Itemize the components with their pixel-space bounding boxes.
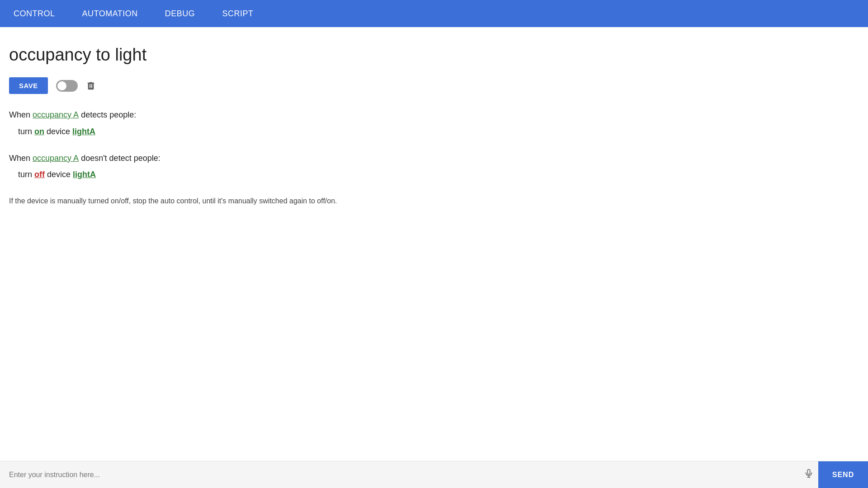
rule-action-1: turn on device lightA bbox=[9, 125, 859, 138]
main-content: occupancy to light SAVE When occupancy A… bbox=[0, 27, 868, 216]
state-link-on[interactable]: on bbox=[34, 127, 44, 136]
trash-icon bbox=[86, 81, 96, 91]
rule-block-1: When occupancy A detects people: turn on… bbox=[9, 108, 859, 138]
page-title: occupancy to light bbox=[9, 45, 859, 65]
instruction-input[interactable] bbox=[0, 461, 818, 488]
nav-debug[interactable]: DEBUG bbox=[160, 5, 200, 22]
rule-action-middle-2: device bbox=[47, 170, 73, 179]
rule-action-2: turn off device lightA bbox=[9, 168, 859, 181]
toggle-slider bbox=[56, 80, 78, 92]
note-text: If the device is manually turned on/off,… bbox=[9, 195, 859, 207]
send-button[interactable]: SEND bbox=[818, 461, 868, 488]
rule-when-suffix-1: detects people: bbox=[81, 110, 136, 119]
rule-action-prefix-1: turn bbox=[18, 127, 34, 136]
rule-block-2: When occupancy A doesn't detect people: … bbox=[9, 152, 859, 182]
nav-automation[interactable]: AUTOMATION bbox=[78, 5, 142, 22]
enable-toggle[interactable] bbox=[56, 80, 78, 92]
rule-when-suffix-2: doesn't detect people: bbox=[81, 154, 160, 163]
navbar: CONTROL AUTOMATION DEBUG SCRIPT bbox=[0, 0, 868, 27]
nav-script[interactable]: SCRIPT bbox=[217, 5, 258, 22]
state-link-off[interactable]: off bbox=[34, 170, 45, 179]
bottom-bar: SEND bbox=[0, 461, 868, 488]
nav-control[interactable]: CONTROL bbox=[9, 5, 60, 22]
rule-action-middle-1: device bbox=[47, 127, 72, 136]
device-link-1[interactable]: lightA bbox=[72, 127, 95, 136]
rule-when-2: When occupancy A doesn't detect people: bbox=[9, 152, 859, 165]
trigger-link-1[interactable]: occupancy A bbox=[33, 110, 79, 119]
trigger-link-2[interactable]: occupancy A bbox=[33, 154, 79, 163]
delete-button[interactable] bbox=[86, 81, 96, 91]
rule-when-prefix-1: When bbox=[9, 110, 33, 119]
device-link-2[interactable]: lightA bbox=[73, 170, 96, 179]
rule-when-1: When occupancy A detects people: bbox=[9, 108, 859, 122]
rule-action-prefix-2: turn bbox=[18, 170, 34, 179]
mic-icon[interactable] bbox=[804, 469, 814, 481]
toolbar: SAVE bbox=[9, 77, 859, 94]
save-button[interactable]: SAVE bbox=[9, 77, 48, 94]
rule-when-prefix-2: When bbox=[9, 154, 33, 163]
